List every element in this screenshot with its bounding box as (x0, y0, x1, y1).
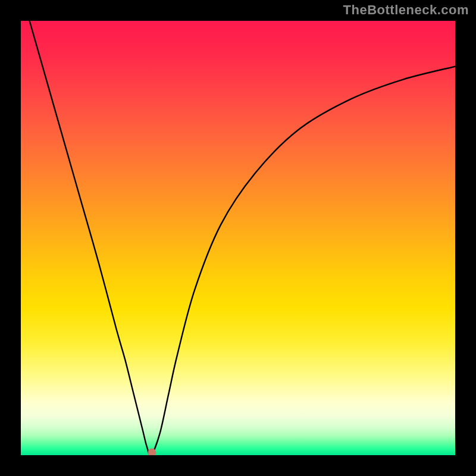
attribution-text: TheBottleneck.com (343, 2, 469, 18)
chart-overlay (21, 21, 455, 455)
plot-area (21, 21, 455, 455)
bottleneck-curve (30, 21, 455, 455)
